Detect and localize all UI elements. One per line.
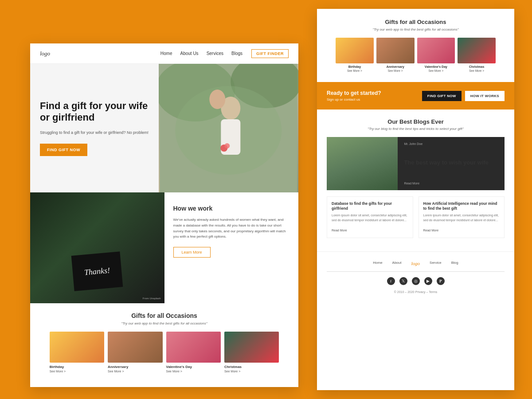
right-occasion-photos: Birthday See More > Anniversary See More…: [327, 38, 505, 75]
instagram-icon[interactable]: ◎: [412, 277, 420, 285]
mini-blog-2-body: Lorem ipsum dolor sit amet, consectetur …: [423, 213, 500, 223]
blogs-title: Our Best Blogs Ever: [327, 118, 505, 125]
blog-author: Mr. John Doe: [404, 142, 498, 145]
nav-home[interactable]: Home: [160, 51, 172, 56]
nav-services[interactable]: Services: [207, 51, 223, 56]
left-hero: Find a gift for your wife or girlfriend …: [30, 64, 298, 192]
footer-nav: Home About logo Service Blog: [327, 261, 505, 266]
birthday-see-more[interactable]: See More >: [50, 370, 104, 373]
nav-blogs[interactable]: Blogs: [231, 51, 243, 56]
couple-placeholder: [159, 64, 298, 192]
cta-find-button[interactable]: FIND GIFT NOW: [422, 91, 462, 101]
blog-main-title: The best way to wish your wife: [404, 159, 498, 167]
mini-blog-2-title: How Artificial Intelligence read your mi…: [423, 201, 500, 211]
mini-blog-1-read-more[interactable]: Read More: [332, 229, 347, 232]
mini-blog-2: How Artificial Intelligence read your mi…: [419, 196, 505, 238]
footer-blog[interactable]: Blog: [451, 261, 458, 266]
thanks-image: Thanks! From Unsplash: [30, 192, 164, 303]
footer-copyright: © 2010 – 2020 Privacy – Terms: [327, 290, 505, 293]
occasion-valentine: Valentine's Day See More >: [166, 332, 221, 373]
cta-text: Ready to get started? Sign up or contact…: [327, 90, 381, 102]
mini-blog-1-title: Database to find the gifts for your girl…: [332, 201, 408, 211]
cta-title: Ready to get started?: [327, 90, 381, 96]
main-blog-card: Mr. John Doe The best way to wish your w…: [327, 137, 505, 190]
footer-social: f 𝕏 ◎ ▶ 𝐏: [327, 277, 505, 285]
right-christmas-photo: [458, 38, 496, 63]
right-valentine-see-more[interactable]: See More >: [417, 69, 455, 72]
blogs-subtitle: "Try our blog to find the best tips and …: [327, 127, 505, 131]
occasion-birthday: Birthday See More >: [50, 332, 104, 373]
right-valentine-label: Valentine's Day: [417, 65, 455, 68]
youtube-icon[interactable]: ▶: [424, 277, 432, 285]
right-anniversary: Anniversary See More >: [376, 38, 415, 72]
anniversary-see-more[interactable]: See More >: [108, 370, 162, 373]
cta-how-button[interactable]: HOW IT WORKS: [465, 91, 505, 101]
right-mockup: Gifts for all Occasions "Try our web app…: [317, 9, 514, 390]
gift-finder-button[interactable]: GIFT FINDER: [251, 49, 289, 58]
left-mockup: logo Home About Us Services Blogs GIFT F…: [30, 43, 298, 387]
right-anniversary-see-more[interactable]: See More >: [376, 69, 415, 72]
facebook-icon[interactable]: f: [387, 277, 395, 285]
christmas-photo: [224, 332, 279, 363]
thanks-card: Thanks!: [71, 251, 123, 291]
occasion-anniversary: Anniversary See More >: [108, 332, 162, 373]
pinterest-icon[interactable]: 𝐏: [437, 277, 445, 285]
hero-title: Find a gift for your wife or girlfriend: [40, 100, 149, 124]
footer-divider: [327, 271, 505, 272]
birthday-label: Birthday: [50, 365, 104, 369]
footer-home[interactable]: Home: [373, 261, 382, 266]
how-we-work: How we work We've actually already asked…: [164, 192, 299, 303]
right-birthday-label: Birthday: [336, 65, 374, 68]
occasions-section: Gifts for all Occasions "Try our web app…: [30, 303, 298, 380]
right-anniversary-photo: [376, 38, 415, 63]
right-christmas-label: Christmas: [458, 65, 496, 68]
right-birthday-photo: [336, 38, 374, 63]
hero-image: [159, 64, 298, 192]
right-christmas-see-more[interactable]: See More >: [458, 69, 496, 72]
footer-logo[interactable]: logo: [411, 261, 420, 266]
nav-about[interactable]: About Us: [180, 51, 198, 56]
cta-buttons: FIND GIFT NOW HOW IT WORKS: [422, 91, 505, 101]
hero-subtitle: Struggling to find a gift for your wife …: [40, 130, 149, 136]
left-nav-links: Home About Us Services Blogs: [160, 51, 243, 56]
how-body: We've actually already asked hundreds of…: [173, 217, 290, 240]
mini-blog-1: Database to find the gifts for your girl…: [327, 196, 413, 238]
svg-point-8: [225, 143, 230, 149]
footer-about[interactable]: About: [392, 261, 402, 266]
thanks-text: Thanks!: [84, 266, 110, 277]
right-birthday: Birthday See More >: [336, 38, 374, 72]
blog-read-more[interactable]: Read More: [404, 182, 498, 185]
right-valentine: Valentine's Day See More >: [417, 38, 455, 72]
hero-text: Find a gift for your wife or girlfriend …: [30, 64, 159, 192]
right-valentine-photo: [417, 38, 455, 63]
right-christmas: Christmas See More >: [458, 38, 496, 72]
anniversary-photo: [108, 332, 162, 363]
twitter-icon[interactable]: 𝕏: [399, 277, 407, 285]
valentine-photo: [166, 332, 221, 363]
valentine-label: Valentine's Day: [166, 365, 221, 369]
cta-subtitle: Sign up or contact us: [327, 98, 381, 102]
footer-service[interactable]: Service: [430, 261, 442, 266]
learn-more-button[interactable]: Learn More: [173, 247, 211, 258]
svg-point-6: [210, 90, 226, 109]
christmas-label: Christmas: [224, 365, 279, 369]
occasion-photos: Birthday See More > Anniversary See More…: [40, 332, 289, 373]
valentine-see-more[interactable]: See More >: [166, 370, 221, 373]
blog-couple-img: [327, 137, 398, 190]
occasions-subtitle: "Try our web app to find the best gifts …: [40, 321, 289, 325]
occasions-title: Gifts for all Occasions: [40, 312, 289, 319]
right-anniversary-label: Anniversary: [376, 65, 415, 68]
left-nav: logo Home About Us Services Blogs GIFT F…: [30, 43, 298, 64]
christmas-see-more[interactable]: See More >: [224, 370, 279, 373]
image-credit: From Unsplash: [143, 297, 161, 300]
blog-content: Mr. John Doe The best way to wish your w…: [398, 137, 505, 190]
left-bottom: Thanks! From Unsplash How we work We've …: [30, 192, 298, 303]
birthday-photo: [50, 332, 104, 363]
right-birthday-see-more[interactable]: See More >: [336, 69, 374, 72]
find-gift-button[interactable]: FIND GIFT NOW: [40, 144, 87, 156]
occasion-christmas: Christmas See More >: [224, 332, 279, 373]
footer: Home About logo Service Blog f 𝕏 ◎ ▶ 𝐏 ©…: [317, 251, 514, 300]
right-occasions-title: Gifts for all Occasions: [327, 19, 505, 25]
how-title: How we work: [173, 205, 290, 212]
mini-blog-2-read-more[interactable]: Read More: [423, 229, 439, 232]
